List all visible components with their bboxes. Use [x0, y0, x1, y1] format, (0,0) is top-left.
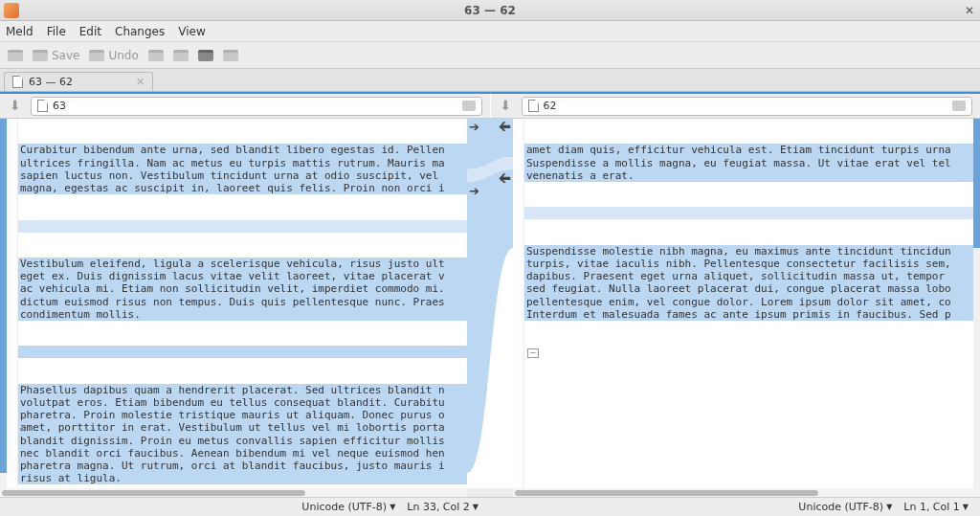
right-line-gutter	[513, 119, 524, 488]
right-file-field[interactable]: 62	[522, 97, 973, 116]
download-icon[interactable]	[499, 99, 514, 114]
push-right-icon[interactable]: ➔	[469, 184, 479, 198]
diff-block: Phasellus dapibus quam a hendrerit place…	[18, 384, 467, 485]
right-encoding-dropdown[interactable]: Unicode (UTF-8) ▼	[798, 501, 892, 513]
toolbar-icon-button[interactable]	[148, 50, 164, 61]
save-button[interactable]: Save	[33, 49, 79, 62]
menu-edit[interactable]: Edit	[79, 25, 101, 38]
tabbar: 63 — 62 ✕	[0, 69, 980, 92]
drive-icon	[173, 50, 189, 61]
document-icon	[528, 100, 539, 112]
document-icon	[37, 100, 48, 112]
left-encoding-dropdown[interactable]: Unicode (UTF-8) ▼	[301, 501, 395, 513]
tab-close-icon[interactable]: ✕	[136, 76, 145, 88]
chevron-down-icon: ▼	[473, 503, 479, 511]
menu-meld[interactable]: Meld	[6, 25, 33, 38]
open-folder-icon[interactable]	[952, 101, 966, 111]
drive-icon	[223, 50, 238, 61]
drive-icon	[198, 50, 213, 61]
right-pane[interactable]: amet diam quis, efficitur vehicula est. …	[513, 119, 973, 488]
menu-view[interactable]: View	[178, 25, 205, 38]
chevron-down-icon: ▼	[886, 503, 892, 511]
right-overview-gutter[interactable]	[973, 119, 980, 488]
left-line-gutter	[7, 119, 18, 488]
toolbar-icon-button[interactable]	[173, 50, 189, 61]
save-label: Save	[52, 49, 79, 62]
left-cursor-pos-dropdown[interactable]: Ln 33, Col 2 ▼	[407, 501, 479, 513]
fold-row: ⋯	[524, 346, 973, 358]
diff-gap	[18, 220, 467, 233]
drive-icon	[148, 50, 164, 61]
horizontal-scrollbars	[0, 488, 980, 497]
right-text[interactable]: amet diam quis, efficitur vehicula est. …	[524, 119, 973, 488]
undo-label: Undo	[108, 49, 138, 62]
left-file-field[interactable]: 63	[31, 97, 482, 116]
diff-block: amet diam quis, efficitur vehicula est. …	[524, 144, 973, 182]
undo-button[interactable]: Undo	[89, 49, 138, 62]
left-filename: 63	[53, 100, 66, 112]
tab-diff[interactable]: 63 — 62 ✕	[4, 72, 153, 91]
tab-label: 63 — 62	[29, 76, 73, 88]
app-logo-icon	[4, 3, 19, 18]
diff-block: Vestibulum eleifend, ligula a scelerisqu…	[18, 258, 467, 321]
window-title: 63 — 62	[464, 4, 516, 17]
toolbar-icon-button[interactable]	[198, 50, 213, 61]
drive-icon	[33, 50, 48, 61]
menubar: Meld File Edit Changes View	[0, 21, 980, 42]
diff-gap	[524, 207, 973, 219]
diff-block: Curabitur bibendum ante urna, sed blandi…	[18, 144, 467, 194]
drive-icon	[89, 50, 104, 61]
right-filename: 62	[544, 100, 557, 112]
right-cursor-pos-dropdown[interactable]: Ln 1, Col 1 ▼	[903, 501, 969, 513]
push-right-icon[interactable]: ➔	[469, 120, 479, 134]
open-folder-icon[interactable]	[462, 101, 476, 111]
statusbar: Unicode (UTF-8) ▼ Ln 33, Col 2 ▼ Unicode…	[0, 497, 980, 516]
menu-changes[interactable]: Changes	[115, 25, 165, 38]
document-icon	[12, 76, 23, 88]
right-hscroll[interactable]	[513, 488, 980, 497]
download-icon[interactable]	[8, 99, 23, 114]
diff-view: Curabitur bibendum ante urna, sed blandi…	[0, 119, 980, 488]
push-left-icon[interactable]: 🡰	[499, 171, 511, 186]
chevron-down-icon: ▼	[963, 503, 969, 511]
toolbar-icon-button[interactable]	[8, 50, 23, 61]
left-overview-gutter[interactable]	[0, 119, 7, 488]
push-left-icon[interactable]: 🡰	[499, 120, 511, 134]
diff-gap	[18, 346, 467, 358]
fold-icon[interactable]: ⋯	[527, 348, 539, 358]
close-icon[interactable]: ✕	[965, 4, 974, 17]
toolbar: Save Undo	[0, 42, 980, 69]
link-gutter: ➔ 🡰 ➔ 🡰	[467, 119, 513, 488]
chevron-down-icon: ▼	[390, 503, 395, 511]
toolbar-icon-button[interactable]	[223, 50, 238, 61]
left-pane[interactable]: Curabitur bibendum ante urna, sed blandi…	[7, 119, 467, 488]
diff-block: Suspendisse molestie nibh magna, eu maxi…	[524, 245, 973, 321]
left-text[interactable]: Curabitur bibendum ante urna, sed blandi…	[18, 119, 467, 488]
menu-file[interactable]: File	[47, 25, 66, 38]
titlebar: 63 — 62 ✕	[0, 0, 980, 21]
left-hscroll[interactable]	[0, 488, 467, 497]
filebar: 63 62	[0, 94, 980, 119]
drive-icon	[8, 50, 23, 61]
